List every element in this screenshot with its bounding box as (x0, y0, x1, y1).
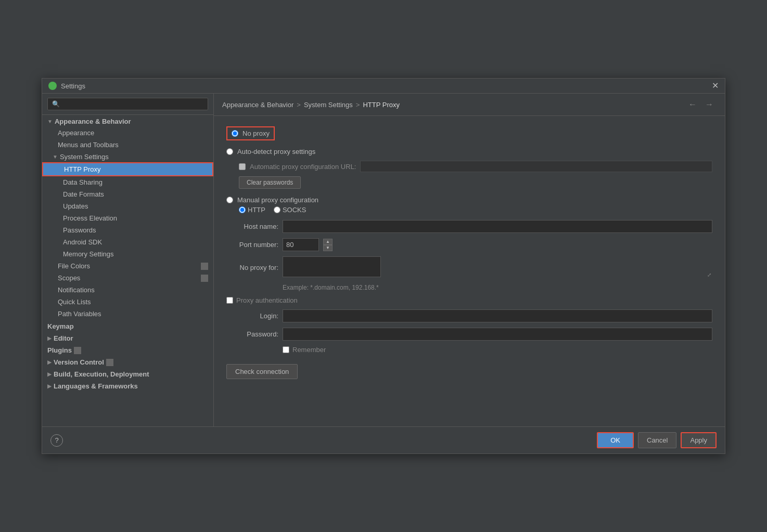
auto-config-section: Automatic proxy configuration URL: Clear… (239, 161, 712, 189)
no-proxy-radio[interactable] (232, 130, 238, 137)
page-icon (201, 263, 208, 270)
clear-passwords-container: Clear passwords (239, 176, 712, 189)
sidebar-item-android-sdk[interactable]: Android SDK (42, 236, 213, 248)
http-radio[interactable] (239, 206, 246, 213)
chevron-right-icon: ▶ (47, 335, 52, 341)
sidebar-group-label-text: Appearance & Behavior (55, 118, 131, 125)
sidebar-item-label: Android SDK (63, 238, 102, 246)
sidebar-item-label: Menus and Toolbars (58, 141, 119, 149)
sidebar-item-updates[interactable]: Updates (42, 200, 213, 212)
sidebar-item-label: Editor (54, 334, 73, 342)
no-proxy-container: No proxy (226, 126, 275, 140)
sidebar-item-scopes[interactable]: Scopes (42, 272, 213, 284)
sidebar-item-version-control[interactable]: ▶ Version Control (42, 356, 213, 368)
sidebar-item-appearance[interactable]: Appearance (42, 127, 213, 139)
no-proxy-for-input[interactable] (283, 256, 381, 277)
page-icon (74, 347, 81, 354)
manual-proxy-radio[interactable] (226, 197, 233, 203)
check-connection-button[interactable]: Check connection (226, 364, 298, 379)
nav-back-button[interactable]: ← (685, 99, 700, 110)
title-bar: Settings ✕ (42, 79, 725, 94)
sidebar-item-path-variables[interactable]: Path Variables (42, 308, 213, 320)
port-up-button[interactable]: ▲ (323, 239, 333, 245)
sidebar-item-build-execution[interactable]: ▶ Build, Execution, Deployment (42, 368, 213, 380)
search-input[interactable] (47, 98, 208, 110)
sidebar-item-file-colors[interactable]: File Colors (42, 260, 213, 272)
sidebar-item-label: Memory Settings (63, 250, 114, 258)
clear-passwords-button[interactable]: Clear passwords (239, 176, 301, 189)
sidebar-item-plugins[interactable]: Plugins (42, 344, 213, 356)
chevron-right-icon: ▶ (47, 359, 52, 365)
chevron-right-icon: ▶ (47, 383, 52, 389)
help-button[interactable]: ? (50, 434, 63, 447)
sidebar-item-label: Path Variables (58, 310, 101, 318)
breadcrumb-part1: Appearance & Behavior (222, 101, 293, 109)
password-input[interactable] (283, 328, 712, 341)
port-input[interactable] (283, 238, 319, 251)
sidebar-item-data-sharing[interactable]: Data Sharing (42, 176, 213, 188)
sidebar-item-date-formats[interactable]: Date Formats (42, 188, 213, 200)
sidebar-items: ▼ Appearance & Behavior Appearance Menus… (42, 115, 213, 426)
apply-button[interactable]: Apply (681, 432, 717, 448)
sidebar-item-label: Date Formats (63, 190, 104, 198)
proxy-auth-checkbox[interactable] (226, 297, 233, 304)
sidebar-item-label: Quick Lists (58, 298, 91, 306)
sidebar-item-system-settings[interactable]: ▼ System Settings (42, 151, 213, 162)
remember-checkbox[interactable] (283, 346, 289, 353)
remember-label[interactable]: Remember (292, 346, 326, 354)
sidebar-item-notifications[interactable]: Notifications (42, 284, 213, 296)
auto-detect-container: Auto-detect proxy settings (226, 146, 712, 158)
login-input[interactable] (283, 309, 712, 322)
socks-label[interactable]: SOCKS (283, 206, 306, 214)
close-button[interactable]: ✕ (712, 82, 719, 90)
socks-radio[interactable] (274, 206, 280, 213)
sidebar-item-process-elevation[interactable]: Process Elevation (42, 212, 213, 224)
hostname-label: Host name: (226, 223, 278, 230)
sidebar-item-label: Version Control (54, 358, 104, 366)
cancel-button[interactable]: Cancel (638, 432, 676, 448)
password-label: Password: (226, 330, 278, 338)
auto-config-input[interactable] (360, 161, 712, 172)
proxy-auth-label[interactable]: Proxy authentication (236, 296, 298, 304)
manual-proxy-label[interactable]: Manual proxy configuration (237, 196, 318, 204)
nav-forward-button[interactable]: → (702, 99, 717, 110)
no-proxy-label[interactable]: No proxy (242, 129, 270, 137)
settings-content: No proxy Auto-detect proxy settings Auto… (214, 116, 725, 426)
http-label[interactable]: HTTP (248, 206, 265, 214)
sidebar-item-passwords[interactable]: Passwords (42, 224, 213, 236)
no-proxy-for-container: ⤢ (283, 256, 712, 279)
chevron-right-icon: ▶ (47, 371, 52, 377)
port-label: Port number: (226, 241, 278, 249)
auto-detect-label[interactable]: Auto-detect proxy settings (237, 148, 315, 155)
http-socks-row: HTTP SOCKS (239, 206, 712, 214)
sidebar-item-quick-lists[interactable]: Quick Lists (42, 296, 213, 308)
sidebar-item-menus-toolbars[interactable]: Menus and Toolbars (42, 139, 213, 151)
sidebar-item-label: Keymap (47, 322, 74, 330)
expand-icon: ⤢ (707, 272, 711, 278)
sidebar-item-http-proxy[interactable]: HTTP Proxy (42, 162, 213, 176)
sidebar-item-appearance-behavior[interactable]: ▼ Appearance & Behavior (42, 115, 213, 127)
sidebar-item-label: Plugins (47, 346, 72, 354)
auto-detect-radio[interactable] (226, 148, 233, 155)
nav-buttons: ← → (685, 99, 717, 110)
sidebar-item-memory-settings[interactable]: Memory Settings (42, 248, 213, 260)
port-down-button[interactable]: ▼ (323, 245, 333, 251)
sidebar-item-label: HTTP Proxy (64, 165, 101, 173)
settings-dialog: Settings ✕ ▼ Appearance & Behavior Appea… (42, 78, 725, 454)
window-title: Settings (61, 82, 85, 90)
proxy-auth-row: Proxy authentication (226, 296, 712, 304)
example-text: Example: *.domain.com, 192.168.* (283, 284, 712, 291)
breadcrumb: Appearance & Behavior > System Settings … (222, 101, 400, 109)
sidebar-item-editor[interactable]: ▶ Editor (42, 332, 213, 344)
ok-button[interactable]: OK (597, 432, 634, 448)
main-content: ▼ Appearance & Behavior Appearance Menus… (42, 94, 725, 426)
socks-radio-container: SOCKS (274, 206, 306, 214)
port-spinner: ▲ ▼ (323, 239, 333, 251)
breadcrumb-part2: System Settings (304, 101, 353, 109)
sidebar-item-label: Notifications (58, 286, 95, 294)
hostname-input[interactable] (283, 220, 712, 233)
auto-config-checkbox[interactable] (239, 163, 246, 170)
sidebar-item-languages-frameworks[interactable]: ▶ Languages & Frameworks (42, 380, 213, 392)
http-radio-container: HTTP (239, 206, 265, 214)
sidebar-item-keymap[interactable]: Keymap (42, 320, 213, 332)
